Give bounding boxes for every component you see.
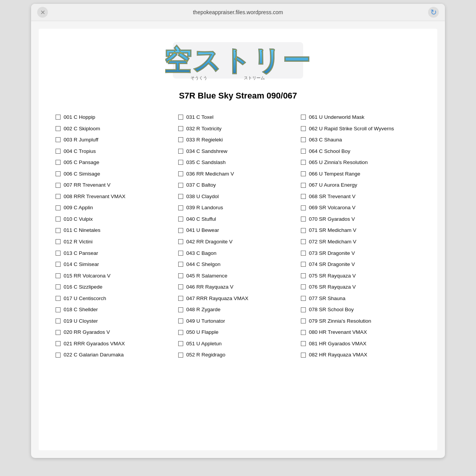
checkbox[interactable] — [178, 341, 183, 346]
checkbox[interactable] — [56, 353, 61, 358]
checkbox[interactable] — [178, 307, 183, 312]
checkbox[interactable] — [56, 262, 61, 267]
checkbox[interactable] — [301, 341, 306, 346]
card-label: 018 C Shellder — [64, 306, 175, 313]
checkbox[interactable] — [56, 217, 61, 222]
checkbox[interactable] — [56, 228, 61, 233]
list-item: 008 RRR Trevenant VMAX — [54, 191, 177, 202]
list-item: 049 U Turtonator — [177, 315, 299, 327]
card-label: 003 R Jumpluff — [64, 136, 175, 143]
checkbox[interactable] — [178, 330, 183, 335]
checkbox[interactable] — [178, 160, 183, 165]
checkbox[interactable] — [56, 115, 61, 120]
card-label: 043 C Bagon — [186, 250, 298, 257]
refresh-button[interactable]: ↻ — [428, 7, 439, 18]
checkbox[interactable] — [56, 318, 61, 323]
checkbox[interactable] — [301, 284, 306, 289]
card-label: 005 C Pansage — [64, 159, 175, 166]
checkbox[interactable] — [301, 273, 306, 278]
list-item: 052 R Regidrago — [177, 349, 299, 361]
checkbox[interactable] — [178, 183, 183, 188]
list-item: 004 C Tropius — [54, 146, 177, 157]
checkbox[interactable] — [178, 115, 183, 120]
checkbox[interactable] — [301, 160, 306, 165]
checkbox[interactable] — [178, 171, 183, 176]
checkbox[interactable] — [56, 239, 61, 244]
list-item: 069 SR Volcarona V — [299, 202, 422, 213]
list-item: 045 R Salamence — [177, 270, 299, 282]
checkbox[interactable] — [178, 318, 183, 323]
list-item: 067 U Aurora Energy — [299, 179, 422, 191]
checkbox[interactable] — [178, 149, 183, 154]
back-button[interactable]: ✕ — [37, 7, 48, 18]
checkbox[interactable] — [301, 137, 306, 142]
checkbox[interactable] — [56, 194, 61, 199]
list-item: 065 U Zinnia's Resolution — [299, 157, 422, 168]
checkbox[interactable] — [178, 296, 183, 301]
checkbox[interactable] — [178, 217, 183, 222]
card-label: 049 U Turtonator — [186, 318, 298, 325]
checkbox[interactable] — [301, 115, 306, 120]
list-item: 042 RR Dragonite V — [177, 236, 299, 248]
checkbox[interactable] — [178, 205, 183, 210]
checkbox[interactable] — [56, 284, 61, 289]
checkbox[interactable] — [301, 228, 306, 233]
list-item: 043 C Bagon — [177, 248, 299, 259]
card-label: 044 C Shelgon — [186, 261, 298, 268]
checkbox[interactable] — [301, 330, 306, 335]
logo-image: 蒼空ストリーム 蒼空ストリーム そうくう ストリーム — [165, 40, 311, 82]
checkbox[interactable] — [301, 307, 306, 312]
checkbox[interactable] — [178, 273, 183, 278]
checkbox[interactable] — [178, 137, 183, 142]
card-label: 013 C Pansear — [64, 250, 175, 257]
checkbox[interactable] — [301, 217, 306, 222]
checkbox[interactable] — [301, 262, 306, 267]
card-label: 017 U Centiscorch — [64, 295, 175, 302]
card-label: 071 SR Medicham V — [309, 227, 420, 234]
checkbox[interactable] — [56, 183, 61, 188]
checkbox[interactable] — [301, 251, 306, 256]
checkbox[interactable] — [56, 171, 61, 176]
checkbox[interactable] — [56, 149, 61, 154]
checkbox[interactable] — [56, 330, 61, 335]
card-label: 070 SR Gyarados V — [309, 216, 420, 223]
card-label: 068 SR Trevenant V — [309, 193, 420, 200]
checkbox[interactable] — [178, 284, 183, 289]
checkbox[interactable] — [301, 205, 306, 210]
checkbox[interactable] — [301, 318, 306, 323]
list-item: 012 R Victini — [54, 236, 177, 248]
checkbox[interactable] — [178, 251, 183, 256]
checkbox[interactable] — [301, 183, 306, 188]
list-item: 070 SR Gyarados V — [299, 213, 422, 225]
checkbox[interactable] — [178, 194, 183, 199]
card-label: 077 SR Shauna — [309, 295, 420, 302]
checkbox[interactable] — [301, 296, 306, 301]
checkbox[interactable] — [56, 296, 61, 301]
checkbox[interactable] — [56, 137, 61, 142]
list-item: 011 C Ninetales — [54, 225, 177, 236]
checkbox[interactable] — [56, 126, 61, 131]
checkbox[interactable] — [56, 160, 61, 165]
card-label: 076 SR Rayquaza V — [309, 284, 420, 291]
checkbox[interactable] — [301, 353, 306, 358]
checkbox[interactable] — [178, 239, 183, 244]
checkbox[interactable] — [56, 341, 61, 346]
checkbox[interactable] — [301, 171, 306, 176]
checkbox[interactable] — [178, 353, 183, 358]
checkbox[interactable] — [301, 194, 306, 199]
checkbox[interactable] — [178, 228, 183, 233]
list-item: 081 HR Gyarados VMAX — [299, 338, 422, 350]
checkbox[interactable] — [301, 126, 306, 131]
card-label: 007 RR Trevenant V — [64, 182, 175, 189]
checkbox[interactable] — [56, 251, 61, 256]
list-item: 061 U Underworld Mask — [299, 112, 422, 123]
checkbox[interactable] — [301, 239, 306, 244]
page-content: 蒼空ストリーム 蒼空ストリーム そうくう ストリーム S7R Blue Sky … — [39, 29, 437, 450]
checkbox[interactable] — [178, 262, 183, 267]
checkbox[interactable] — [56, 273, 61, 278]
card-label: 021 RRR Gyarados VMAX — [64, 340, 175, 347]
checkbox[interactable] — [56, 205, 61, 210]
checkbox[interactable] — [178, 126, 183, 131]
checkbox[interactable] — [56, 307, 61, 312]
checkbox[interactable] — [301, 149, 306, 154]
